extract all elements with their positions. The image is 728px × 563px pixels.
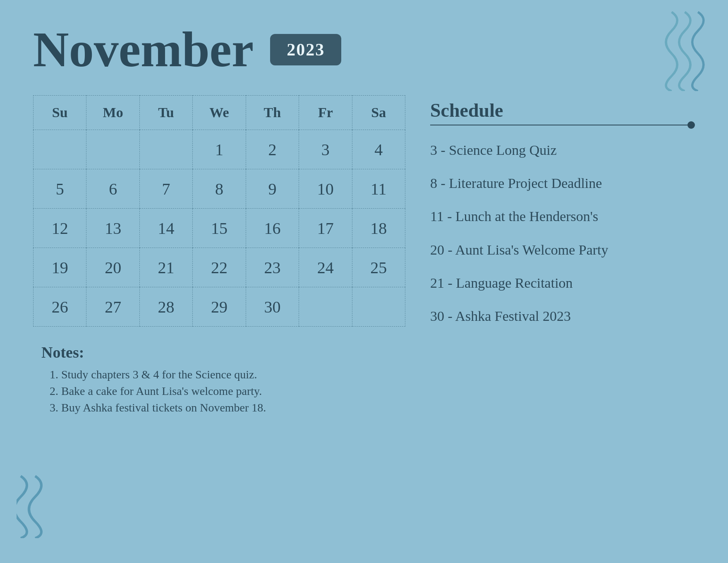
calendar-section: Su Mo Tu We Th Fr Sa 1234567891011121314… [33,95,405,418]
schedule-item-1: 3 - Science Long Quiz [430,141,695,159]
calendar-header-row: Su Mo Tu We Th Fr Sa [34,96,405,130]
calendar-day-23: 23 [246,248,299,287]
calendar-week-row: 12131415161718 [34,209,405,248]
calendar-day-6: 6 [86,169,139,209]
schedule-item-5: 21 - Language Recitation [430,274,695,292]
main-content: Su Mo Tu We Th Fr Sa 1234567891011121314… [33,95,695,418]
calendar-day-30: 30 [246,287,299,327]
col-header-tu: Tu [139,96,192,130]
calendar-day-28: 28 [139,287,192,327]
calendar-day-29: 29 [193,287,246,327]
calendar-day-8: 8 [193,169,246,209]
calendar-day-3: 3 [299,130,352,169]
col-header-fr: Fr [299,96,352,130]
notes-section: Notes: Study chapters 3 & 4 for the Scie… [33,343,405,414]
calendar-day-empty [86,130,139,169]
wavy-bottom-left-decoration [17,472,58,538]
calendar-day-19: 19 [34,248,86,287]
calendar-day-24: 24 [299,248,352,287]
calendar-day-empty [34,130,86,169]
schedule-section: Schedule 3 - Science Long Quiz8 - Litera… [430,95,695,340]
schedule-item-6: 30 - Ashka Festival 2023 [430,307,695,325]
schedule-title: Schedule [430,99,695,121]
calendar-day-21: 21 [139,248,192,287]
schedule-items-container: 3 - Science Long Quiz8 - Literature Proj… [430,141,695,325]
month-title: November [33,25,254,75]
calendar-day-12: 12 [34,209,86,248]
calendar-day-4: 4 [352,130,405,169]
schedule-divider [430,121,695,129]
calendar-day-empty [299,287,352,327]
schedule-item-4: 20 - Aunt Lisa's Welcome Party [430,241,695,259]
year-badge: 2023 [270,34,341,65]
calendar-day-empty [139,130,192,169]
calendar-day-9: 9 [246,169,299,209]
col-header-th: Th [246,96,299,130]
calendar-week-row: 2627282930 [34,287,405,327]
header: November 2023 [33,25,695,75]
calendar-day-26: 26 [34,287,86,327]
schedule-divider-dot [687,121,695,129]
calendar-week-row: 1234 [34,130,405,169]
page-container: November 2023 Su Mo Tu We Th Fr Sa [0,0,728,563]
calendar-day-10: 10 [299,169,352,209]
calendar-day-15: 15 [193,209,246,248]
calendar-day-13: 13 [86,209,139,248]
notes-list: Study chapters 3 & 4 for the Science qui… [41,368,405,414]
calendar-table: Su Mo Tu We Th Fr Sa 1234567891011121314… [33,95,405,327]
calendar-week-row: 19202122232425 [34,248,405,287]
calendar-day-20: 20 [86,248,139,287]
calendar-day-22: 22 [193,248,246,287]
calendar-day-11: 11 [352,169,405,209]
note-item-1: Study chapters 3 & 4 for the Science qui… [50,368,405,381]
col-header-su: Su [34,96,86,130]
calendar-day-1: 1 [193,130,246,169]
notes-title: Notes: [41,343,405,361]
col-header-mo: Mo [86,96,139,130]
schedule-item-2: 8 - Literature Project Deadline [430,174,695,192]
col-header-we: We [193,96,246,130]
calendar-day-25: 25 [352,248,405,287]
calendar-day-17: 17 [299,209,352,248]
calendar-week-row: 567891011 [34,169,405,209]
note-item-2: Bake a cake for Aunt Lisa's welcome part… [50,385,405,398]
schedule-divider-line [430,125,687,125]
wavy-top-right-decoration [662,8,711,91]
calendar-day-5: 5 [34,169,86,209]
calendar-day-empty [352,287,405,327]
col-header-sa: Sa [352,96,405,130]
calendar-day-18: 18 [352,209,405,248]
schedule-item-3: 11 - Lunch at the Henderson's [430,207,695,226]
calendar-day-14: 14 [139,209,192,248]
calendar-day-16: 16 [246,209,299,248]
calendar-day-7: 7 [139,169,192,209]
calendar-day-2: 2 [246,130,299,169]
calendar-day-27: 27 [86,287,139,327]
note-item-3: Buy Ashka festival tickets on November 1… [50,401,405,414]
